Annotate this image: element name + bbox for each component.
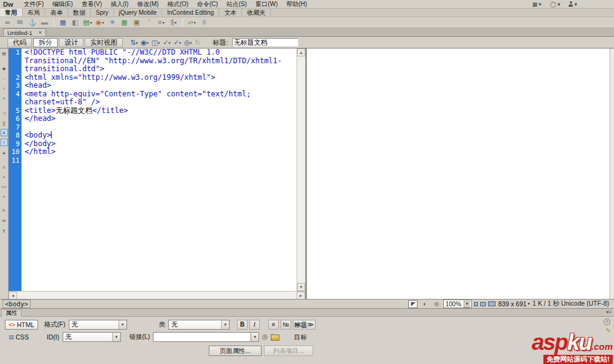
magnification-select[interactable]: 100%▾: [443, 300, 472, 308]
menu-modify[interactable]: 修改(M): [133, 0, 163, 9]
code-view[interactable]: 1<!DOCTYPE html PUBLIC "-//W3C//DTD XHTM…: [9, 48, 297, 291]
desktop-size-icon[interactable]: [488, 301, 495, 306]
open-documents-icon[interactable]: ▤: [1, 50, 8, 58]
css-mode-button[interactable]: ▤CSS: [5, 332, 33, 342]
code-horizontal-scrollbar[interactable]: ◄ ►: [9, 291, 305, 300]
remove-comment-icon[interactable]: ×: [1, 173, 8, 180]
scroll-down-icon[interactable]: ▼: [297, 283, 305, 291]
tag-selector-body[interactable]: <body>: [2, 300, 31, 308]
table-icon[interactable]: ▦: [58, 18, 68, 27]
insert-tab-common[interactable]: 常用: [0, 9, 23, 17]
page-properties-button[interactable]: 页面属性...: [209, 346, 262, 356]
insert-tab-jquery-mobile[interactable]: jQuery Mobile: [114, 9, 163, 17]
w3c-validation-icon[interactable]: ✓▾: [163, 39, 170, 47]
menu-window[interactable]: 窗口(W): [251, 0, 282, 9]
menu-commands[interactable]: 命令(C): [193, 0, 222, 9]
scroll-up-icon[interactable]: ▲: [297, 48, 305, 56]
insert-tab-incontext-editing[interactable]: InContext Editing: [162, 9, 219, 17]
menu-format[interactable]: 格式(O): [163, 0, 192, 9]
insert-tab-favorites[interactable]: 收藏夹: [242, 9, 271, 17]
comment-icon[interactable]: “: [144, 18, 154, 27]
design-view[interactable]: [307, 48, 610, 300]
widget-icon[interactable]: ✳: [107, 18, 117, 27]
live-view-button[interactable]: 实时视图: [85, 38, 123, 47]
zoom-tool-icon[interactable]: ◎: [432, 300, 441, 308]
id-select[interactable]: 无▾: [63, 332, 121, 342]
properties-panel-tab[interactable]: 属性: [1, 309, 21, 317]
insert-div-icon[interactable]: ◧: [70, 18, 80, 27]
visual-aids-icon[interactable]: ◎▾: [184, 39, 192, 47]
design-vertical-scrollbar[interactable]: [610, 48, 614, 300]
media-icon[interactable]: ◉▾: [95, 18, 105, 27]
workspace-switcher-icon[interactable]: ▦▾: [532, 1, 542, 7]
close-icon[interactable]: ×: [39, 29, 42, 36]
tablet-size-icon[interactable]: [480, 302, 486, 306]
format-select[interactable]: 无▾: [69, 320, 127, 330]
quick-tag-edit-icon[interactable]: ✎: [606, 327, 611, 334]
recent-snippets-icon[interactable]: ≡: [1, 193, 8, 200]
show-code-navigator-icon[interactable]: ◆: [1, 65, 8, 72]
menu-file[interactable]: 文件(F): [20, 0, 49, 9]
menu-insert[interactable]: 插入(I): [106, 0, 133, 9]
doc-title-input[interactable]: [232, 38, 298, 47]
tag-chooser-icon[interactable]: ◊: [199, 18, 209, 27]
window-size-select[interactable]: 839 x 691▾: [498, 300, 530, 308]
hyperlink-icon[interactable]: ∞: [2, 18, 13, 27]
preview-in-browser-icon[interactable]: ◉▾: [141, 39, 149, 47]
help-icon[interactable]: ?: [604, 319, 610, 325]
browse-folder-icon[interactable]: [271, 334, 279, 340]
select-parent-tag-icon[interactable]: ◁: [1, 109, 8, 117]
apply-comment-icon[interactable]: //: [1, 163, 8, 171]
cs-live-user-icon[interactable]: ▾: [569, 1, 577, 7]
horizontal-rule-icon[interactable]: ▬: [39, 18, 50, 27]
insert-tab-text[interactable]: 文本: [219, 9, 242, 17]
menu-view[interactable]: 查看(V): [77, 0, 106, 9]
file-management-icon[interactable]: ⇅▾: [130, 39, 138, 47]
point-to-file-icon[interactable]: ◎: [262, 333, 268, 341]
collapse-selection-icon[interactable]: =: [1, 85, 8, 92]
multiscreen-preview-icon[interactable]: ◫▾: [152, 39, 160, 47]
split-view-button[interactable]: 拆分: [33, 38, 58, 47]
head-icon[interactable]: ≡▾: [156, 18, 166, 27]
class-select[interactable]: 无▾: [168, 320, 230, 330]
move-css-icon[interactable]: ✎: [1, 207, 8, 215]
bold-button[interactable]: B: [237, 320, 247, 330]
mobile-size-icon[interactable]: [474, 302, 478, 306]
ordered-list-icon[interactable]: №: [281, 320, 291, 330]
unordered-list-icon[interactable]: ≡: [268, 320, 279, 330]
link-dropdown-icon[interactable]: ▾: [251, 332, 259, 342]
collapse-full-tag-icon[interactable]: −: [1, 75, 8, 82]
check-browser-compat-icon[interactable]: ✓▾: [174, 39, 181, 47]
menu-edit[interactable]: 编辑(E): [48, 0, 77, 9]
expand-all-icon[interactable]: +: [1, 95, 8, 102]
indent-code-icon[interactable]: ≫: [1, 217, 8, 225]
menu-help[interactable]: 帮助(H): [282, 0, 311, 9]
insert-tab-layout[interactable]: 布局: [23, 9, 45, 17]
italic-button[interactable]: I: [249, 320, 260, 330]
balance-braces-icon[interactable]: {}: [1, 119, 8, 126]
named-anchor-icon[interactable]: ⚓: [27, 18, 37, 27]
insert-tab-data[interactable]: 数据: [68, 9, 91, 17]
date-icon[interactable]: ▦: [119, 18, 130, 27]
script-icon[interactable]: §▾: [168, 18, 179, 27]
format-source-code-icon[interactable]: ¶: [1, 227, 8, 234]
templates-icon[interactable]: ▱▾: [187, 18, 197, 27]
hand-tool-icon[interactable]: ◐: [420, 300, 429, 308]
link-input[interactable]: [153, 332, 251, 342]
wrap-tag-icon[interactable]: <>: [1, 183, 8, 190]
pointer-tool-icon[interactable]: ◤: [408, 300, 418, 308]
server-side-include-icon[interactable]: ▣: [131, 18, 142, 27]
syntax-error-alerts-icon[interactable]: ▲: [1, 149, 8, 156]
images-icon[interactable]: ▤▾: [82, 18, 93, 27]
code-vertical-scrollbar[interactable]: ▲ ▼: [297, 48, 305, 291]
design-view-button[interactable]: 设计: [59, 38, 84, 47]
code-view-button[interactable]: 代码: [7, 38, 32, 47]
line-numbers-icon[interactable]: #: [1, 129, 8, 136]
extension-manager-icon[interactable]: ◯▾: [550, 1, 561, 7]
insert-tab-forms[interactable]: 表单: [45, 9, 68, 17]
menu-site[interactable]: 站点(S): [222, 0, 251, 9]
insert-tab-spry[interactable]: Spry: [91, 9, 114, 17]
panel-menu-icon[interactable]: ▾≡: [606, 309, 612, 315]
highlight-invalid-code-icon[interactable]: !: [1, 139, 8, 146]
email-link-icon[interactable]: ✉: [15, 18, 25, 27]
